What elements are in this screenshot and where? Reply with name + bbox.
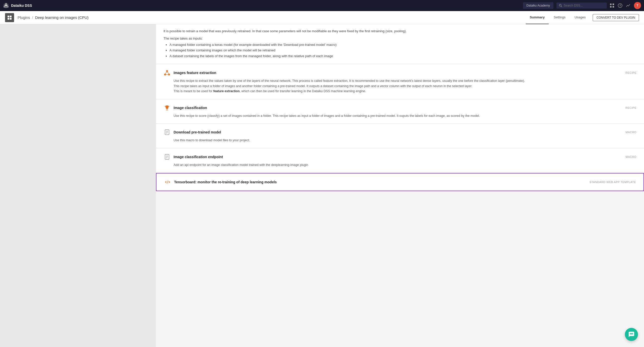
- svg-rect-13: [8, 18, 9, 20]
- svg-rect-5: [610, 4, 612, 5]
- right-content: It is possible to retrain a model that w…: [156, 24, 644, 347]
- nav-icons: ? T: [610, 2, 641, 9]
- item-body-download-pretrained: Use this macro to download model files t…: [164, 138, 636, 143]
- macro-icon-endpoint: [164, 153, 171, 160]
- plugin-item-tensorboard: Tensorboard: monitor the re-training of …: [156, 173, 644, 191]
- plugin-item-header: Image classification RECIPE: [164, 104, 636, 111]
- plugin-item-header: Download pre-trained model MACRO: [164, 129, 636, 136]
- intro-text-section: It is possible to retrain a model that w…: [156, 24, 644, 64]
- plugin-item-download-pretrained: Download pre-trained model MACRO Use thi…: [156, 124, 644, 148]
- sub-header: Plugins / Deep learning on images (CPU) …: [0, 11, 644, 24]
- svg-line-18: [165, 72, 167, 74]
- top-nav: Dataiku DSS Dataiku Academy ? T: [0, 0, 644, 11]
- academy-button[interactable]: Dataiku Academy: [523, 2, 553, 9]
- plugin-item-header: Image classification endpoint MACRO: [164, 153, 636, 160]
- notification-dot: [638, 3, 640, 5]
- search-box: [556, 3, 607, 9]
- item-body-images-feature-extraction: Use this recipe to extract the values ta…: [164, 78, 636, 94]
- breadcrumb-plugins[interactable]: Plugins: [18, 15, 30, 20]
- svg-rect-14: [10, 18, 12, 20]
- tab-summary[interactable]: Summary: [526, 11, 549, 24]
- plugin-item-header: Images feature extraction RECIPE: [164, 69, 636, 76]
- item-type-tensorboard: STANDARD WEB APP TEMPLATE: [589, 181, 636, 184]
- network-icon: [164, 69, 171, 76]
- bold-feature-extraction: feature extraction: [213, 89, 240, 93]
- item-type-images-feature-extraction: RECIPE: [625, 71, 636, 74]
- plugin-item-classification-endpoint: Image classification endpoint MACRO Add …: [156, 148, 644, 173]
- svg-point-2: [5, 5, 7, 6]
- app-logo: Dataiku DSS: [3, 3, 32, 9]
- plugin-item-images-feature-extraction: Images feature extraction RECIPE Use thi…: [156, 64, 644, 99]
- search-icon: [559, 4, 562, 7]
- tab-settings[interactable]: Settings: [550, 11, 570, 24]
- item-title-download-pretrained: Download pre-trained model: [174, 130, 623, 134]
- item-body-classification-endpoint: Add an api endpoint for an image classif…: [164, 162, 636, 168]
- item-type-image-classification: RECIPE: [625, 106, 636, 109]
- intro-paragraph-1: It is possible to retrain a model that w…: [164, 29, 636, 34]
- item-type-download-pretrained: MACRO: [626, 131, 636, 134]
- macro-icon-download: [164, 129, 171, 136]
- item-title-classification-endpoint: Image classification endpoint: [174, 155, 623, 159]
- plugin-item-image-classification: Image classification RECIPE Use this rec…: [156, 99, 644, 124]
- trophy-icon: [164, 104, 171, 111]
- svg-line-19: [167, 72, 169, 74]
- tab-navigation: Summary Settings Usages: [526, 11, 590, 24]
- item-title-images-feature-extraction: Images feature extraction: [174, 71, 622, 75]
- analytics-icon[interactable]: [626, 3, 630, 8]
- svg-rect-7: [610, 6, 612, 8]
- intro-paragraph-2: The recipe takes as inputs:: [164, 36, 636, 41]
- intro-list: A managed folder containing a keras mode…: [170, 42, 636, 59]
- item-type-classification-endpoint: MACRO: [626, 155, 636, 158]
- dataiku-logo-icon: [3, 3, 9, 9]
- svg-line-31: [167, 181, 168, 184]
- left-panel: [0, 24, 156, 347]
- svg-rect-8: [613, 6, 614, 8]
- intro-list-item: A dataset containing the labels of the i…: [170, 54, 636, 59]
- breadcrumb-separator: /: [32, 15, 33, 20]
- app-title: Dataiku DSS: [11, 4, 32, 8]
- svg-rect-11: [8, 16, 9, 17]
- plugin-item-header: Tensorboard: monitor the re-training of …: [164, 179, 636, 186]
- breadcrumb: Plugins / Deep learning on images (CPU): [18, 15, 89, 20]
- main-layout: It is possible to retrain a model that w…: [0, 24, 644, 347]
- code-icon: [164, 179, 171, 186]
- item-body-image-classification: Use this recipe to score (classify) a se…: [164, 113, 636, 119]
- svg-point-3: [559, 4, 561, 6]
- tab-usages[interactable]: Usages: [571, 11, 590, 24]
- convert-to-dev-plugin-button[interactable]: CONVERT TO DEV PLUGIN: [593, 14, 639, 21]
- intro-list-item: A managed folder containing a keras mode…: [170, 42, 636, 48]
- svg-line-4: [561, 6, 562, 7]
- plugin-page-icon: [5, 13, 14, 22]
- search-input[interactable]: [564, 4, 604, 7]
- help-icon[interactable]: ?: [618, 3, 622, 8]
- item-title-tensorboard: Tensorboard: monitor the re-training of …: [174, 180, 586, 184]
- svg-rect-12: [10, 16, 12, 17]
- breadcrumb-current: Deep learning on images (CPU): [35, 15, 89, 20]
- user-avatar-wrapper: T: [634, 2, 641, 9]
- svg-rect-6: [613, 4, 614, 5]
- item-title-image-classification: Image classification: [174, 106, 622, 110]
- chat-button[interactable]: [625, 328, 638, 341]
- intro-list-item: A managed folder containing images on wh…: [170, 48, 636, 53]
- svg-point-15: [166, 70, 168, 72]
- grid-icon[interactable]: [610, 3, 614, 8]
- svg-text:?: ?: [619, 4, 621, 7]
